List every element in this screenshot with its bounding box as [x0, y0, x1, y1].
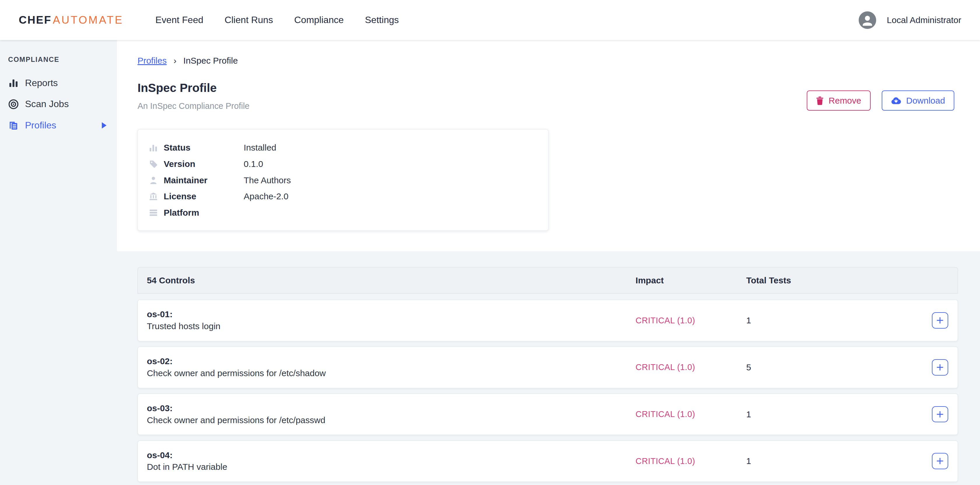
sidebar-item-scan-jobs[interactable]: Scan Jobs [0, 94, 117, 115]
breadcrumb: Profiles › InSpec Profile [137, 56, 955, 65]
detail-label: Platform [164, 208, 243, 218]
controls-section: 54 Controls Impact Total Tests os-01: Tr… [117, 251, 980, 485]
control-cell: os-03: Check owner and permissions for /… [147, 402, 636, 426]
remove-button[interactable]: Remove [807, 91, 870, 111]
expand-control-button[interactable] [932, 312, 948, 329]
control-id: os-03: [147, 402, 636, 414]
remove-button-label: Remove [829, 96, 861, 105]
nav-links: Event Feed Client Runs Compliance Settin… [156, 14, 399, 26]
bar-chart-icon [8, 78, 19, 88]
impact-badge: CRITICAL (1.0) [636, 409, 746, 419]
bank-icon [149, 192, 158, 201]
detail-row-status: Status Installed [149, 139, 548, 156]
controls-table-header: 54 Controls Impact Total Tests [137, 267, 958, 294]
control-description: Check owner and permissions for /etc/sha… [147, 367, 636, 380]
plus-icon [936, 457, 944, 465]
target-icon [8, 99, 19, 109]
detail-row-platform: Platform [149, 204, 548, 221]
chef-automate-logo[interactable]: CHEF AUTOMATE [19, 14, 123, 26]
header-actions: Remove Download [807, 91, 955, 111]
total-tests-value: 1 [746, 409, 932, 420]
breadcrumb-profiles-link[interactable]: Profiles [137, 56, 167, 65]
plus-icon [936, 364, 944, 371]
detail-value: Apache-2.0 [244, 191, 288, 201]
control-id: os-04: [147, 449, 636, 461]
total-tests-value: 1 [746, 316, 932, 325]
sidebar-item-profiles[interactable]: Profiles [0, 115, 117, 136]
control-row-os-03: os-03: Check owner and permissions for /… [137, 393, 958, 436]
detail-label: Maintainer [164, 175, 243, 185]
expand-control-button[interactable] [932, 406, 948, 423]
download-button-label: Download [906, 96, 945, 105]
detail-value: Installed [244, 143, 277, 153]
bar-chart-icon [149, 144, 158, 152]
logo-chef-text: CHEF [19, 14, 51, 26]
sidebar-section-label: COMPLIANCE [0, 56, 117, 64]
control-id: os-01: [147, 308, 636, 321]
control-cell: os-01: Trusted hosts login [147, 308, 636, 332]
control-row-os-01: os-01: Trusted hosts login CRITICAL (1.0… [137, 299, 958, 341]
control-cell: os-04: Dot in PATH variable [147, 449, 636, 473]
total-tests-value: 5 [746, 362, 932, 372]
expand-control-button[interactable] [932, 359, 948, 376]
detail-value: 0.1.0 [244, 159, 263, 169]
page-subtitle: An InSpec Compliance Profile [137, 101, 250, 111]
documents-icon [8, 120, 19, 131]
impact-badge: CRITICAL (1.0) [636, 362, 746, 372]
sidebar: COMPLIANCE Reports [0, 40, 117, 485]
breadcrumb-chevron-icon: › [173, 56, 177, 65]
page-heading: InSpec Profile An InSpec Compliance Prof… [137, 81, 250, 111]
controls-table: 54 Controls Impact Total Tests os-01: Tr… [137, 267, 958, 482]
plus-icon [936, 317, 944, 324]
user-avatar-icon [859, 11, 876, 29]
profile-summary-section: Profiles › InSpec Profile InSpec Profile… [117, 40, 980, 251]
download-button[interactable]: Download [882, 91, 955, 111]
nav-item-event-feed[interactable]: Event Feed [156, 14, 203, 26]
control-row-os-04: os-04: Dot in PATH variable CRITICAL (1.… [137, 440, 958, 482]
profile-details-card: Status Installed Version 0.1.0 [137, 129, 549, 231]
control-row-os-02: os-02: Check owner and permissions for /… [137, 346, 958, 388]
detail-label: Status [164, 143, 243, 153]
total-tests-header: Total Tests [746, 276, 932, 286]
tag-icon [149, 160, 158, 168]
page-title: InSpec Profile [137, 81, 250, 96]
nav-item-settings[interactable]: Settings [365, 14, 399, 26]
control-cell: os-02: Check owner and permissions for /… [147, 356, 636, 379]
detail-label: Version [164, 159, 243, 169]
control-description: Trusted hosts login [147, 321, 636, 332]
chevron-right-icon [101, 122, 107, 128]
detail-row-license: License Apache-2.0 [149, 188, 548, 204]
detail-value: The Authors [244, 175, 291, 185]
total-tests-value: 1 [746, 456, 932, 466]
person-icon [149, 176, 158, 184]
control-id: os-02: [147, 356, 636, 367]
nav-item-compliance[interactable]: Compliance [294, 14, 344, 26]
impact-badge: CRITICAL (1.0) [636, 456, 746, 466]
cloud-download-icon [891, 97, 901, 104]
plus-icon [936, 411, 944, 418]
sidebar-item-label: Profiles [25, 120, 95, 131]
detail-label: License [164, 191, 243, 201]
detail-row-maintainer: Maintainer The Authors [149, 172, 548, 188]
nav-item-client-runs[interactable]: Client Runs [224, 14, 273, 26]
platform-icon [149, 209, 158, 217]
sidebar-item-label: Reports [25, 78, 58, 88]
control-description: Dot in PATH variable [147, 461, 636, 473]
impact-header: Impact [636, 276, 746, 286]
logo-automate-text: AUTOMATE [53, 14, 124, 26]
top-nav: CHEF AUTOMATE Event Feed Client Runs Com… [0, 0, 980, 40]
breadcrumb-current: InSpec Profile [183, 56, 238, 65]
control-description: Check owner and permissions for /etc/pas… [147, 414, 636, 426]
expand-control-button[interactable] [932, 453, 948, 469]
detail-row-version: Version 0.1.0 [149, 156, 548, 172]
user-name-label: Local Administrator [887, 15, 961, 25]
sidebar-item-label: Scan Jobs [25, 99, 69, 109]
user-menu[interactable]: Local Administrator [859, 11, 961, 29]
trash-icon [816, 96, 824, 105]
chef-automate-app: CHEF AUTOMATE Event Feed Client Runs Com… [0, 0, 980, 485]
impact-badge: CRITICAL (1.0) [636, 316, 746, 325]
main-content: Profiles › InSpec Profile InSpec Profile… [117, 40, 980, 485]
controls-count-header: 54 Controls [147, 276, 636, 286]
sidebar-item-reports[interactable]: Reports [0, 72, 117, 94]
